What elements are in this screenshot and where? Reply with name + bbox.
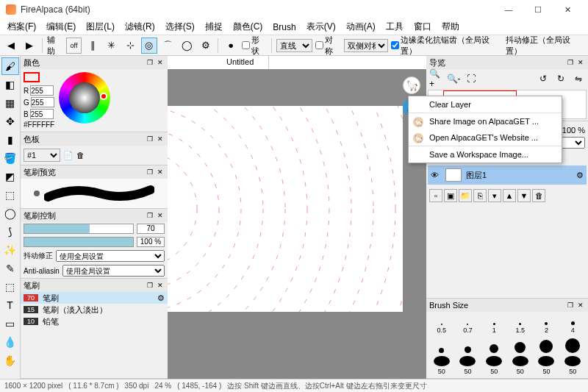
size-slider[interactable] xyxy=(24,224,134,234)
select-rect-icon[interactable]: ⬚ xyxy=(1,186,19,204)
del-swatch-icon[interactable]: 🗑 xyxy=(76,151,85,160)
menu-anim[interactable]: 动画(A) xyxy=(342,19,380,35)
selpen-tool-icon[interactable]: ✎ xyxy=(1,260,19,277)
swatch-set-select[interactable]: #1 xyxy=(24,149,60,162)
dup-layer-icon[interactable]: ⎘ xyxy=(473,189,487,202)
gradient-tool-icon[interactable]: ◩ xyxy=(1,168,19,185)
snap-cross-icon[interactable]: ✳ xyxy=(104,38,120,54)
rotate-cw-icon[interactable]: ↻ xyxy=(554,72,567,85)
menu-filter[interactable]: 滤镜(R) xyxy=(121,19,159,35)
menu-layer[interactable]: 图层(L) xyxy=(82,19,119,35)
size-cell[interactable]: 1 xyxy=(481,315,506,334)
size-value[interactable]: 70 xyxy=(137,224,165,234)
size-cell[interactable]: 0.5 xyxy=(429,315,454,334)
visibility-icon[interactable]: 👁 xyxy=(431,171,441,179)
down-icon[interactable]: ▼ xyxy=(517,189,531,202)
maximize-button[interactable]: ☐ xyxy=(523,0,553,19)
zoom-fit-icon[interactable]: ⛶ xyxy=(465,72,478,85)
size-cell[interactable] xyxy=(508,335,533,354)
size-cell[interactable]: 50 xyxy=(534,356,559,375)
menu-snap[interactable]: 捕捉 xyxy=(201,19,227,35)
viewport[interactable]: 🦙 ☁ xyxy=(168,69,426,379)
hand-tool-icon[interactable]: ✋ xyxy=(1,352,19,369)
ctx-share-alpacaget[interactable]: 🦙Share Image on AlpacaGET ... xyxy=(409,113,562,129)
layer-row[interactable]: 👁 图层1 ⚙ xyxy=(428,165,587,185)
g-input[interactable] xyxy=(31,97,54,107)
lasso-tool-icon[interactable]: ⟆ xyxy=(1,223,19,240)
bucket-tool-icon[interactable]: 🪣 xyxy=(1,149,19,167)
zoom-out-icon[interactable]: 🔍- xyxy=(447,72,460,85)
menu-window[interactable]: 窗口 xyxy=(409,19,436,35)
brush-tool-icon[interactable]: 🖌 xyxy=(1,57,19,75)
aa-checkbox[interactable] xyxy=(391,41,399,49)
menu-file[interactable]: 档案(F) xyxy=(3,19,40,35)
new-folder-icon[interactable]: 📁 xyxy=(459,189,472,202)
symmetry-select[interactable]: 双侧对称 xyxy=(344,39,388,52)
minimize-button[interactable]: — xyxy=(494,0,523,19)
size-cell[interactable]: 50 xyxy=(481,356,506,375)
select-ellipse-icon[interactable]: ◯ xyxy=(1,204,19,222)
nav-back-icon[interactable]: ◀ xyxy=(3,38,19,54)
new-layer-icon[interactable]: ▫ xyxy=(429,189,442,202)
size-cell[interactable]: 50 xyxy=(560,356,585,375)
divide-tool-icon[interactable]: ▭ xyxy=(1,315,19,332)
size-cell[interactable]: 50 xyxy=(456,356,481,375)
size-cell[interactable] xyxy=(429,335,454,354)
stab-select[interactable]: 使用全局设置 xyxy=(56,250,165,262)
snap-vanish-icon[interactable]: ⊹ xyxy=(123,38,139,54)
close-icon[interactable]: ✕ xyxy=(156,58,165,67)
selerase-icon[interactable]: ⬚ xyxy=(1,278,19,296)
add-swatch-icon[interactable]: 📄 xyxy=(63,151,74,160)
zoom-in-icon[interactable]: 🔍+ xyxy=(429,72,442,85)
size-cell[interactable] xyxy=(560,335,585,354)
brush-row[interactable]: 70笔刷⚙ xyxy=(21,292,168,304)
undock-icon[interactable]: ❐ xyxy=(146,58,154,67)
eyedrop-tool-icon[interactable]: 💧 xyxy=(1,333,19,351)
size-cell[interactable]: 1.5 xyxy=(508,315,533,334)
menu-color[interactable]: 颜色(C) xyxy=(229,19,268,35)
menu-edit[interactable]: 编辑(E) xyxy=(42,19,80,35)
doc-tab[interactable]: Untitled xyxy=(212,56,269,69)
size-cell[interactable] xyxy=(481,335,506,354)
shape-checkbox[interactable] xyxy=(242,41,250,49)
nav-fwd-icon[interactable]: ▶ xyxy=(22,38,38,54)
rotate-ccw-icon[interactable]: ↺ xyxy=(537,72,550,85)
alpaca-badge-icon[interactable]: 🦙 xyxy=(403,76,420,94)
size-cell[interactable]: 0.7 xyxy=(456,315,481,334)
ctx-open-alpacaget[interactable]: 🦙Open AlpacaGET's Website ... xyxy=(409,129,562,146)
menu-select[interactable]: 选择(S) xyxy=(161,19,199,35)
aa-select[interactable]: 使用全局设置 xyxy=(62,265,165,277)
snap-ellipse-icon[interactable]: ◯ xyxy=(179,38,195,54)
artboard[interactable] xyxy=(168,106,403,312)
ctx-clear-layer[interactable]: Clear Layer xyxy=(409,96,562,113)
size-cell[interactable]: 50 xyxy=(429,356,454,375)
up-icon[interactable]: ▲ xyxy=(503,189,516,202)
merge-icon[interactable]: ▾ xyxy=(488,189,501,202)
text-tool-icon[interactable]: T xyxy=(1,296,19,314)
snap-config-icon[interactable]: ⚙ xyxy=(198,38,214,54)
menu-tool[interactable]: 工具 xyxy=(381,19,408,35)
shape-circle-icon[interactable]: ● xyxy=(223,38,239,54)
dot-tool-icon[interactable]: ▦ xyxy=(1,94,19,112)
eraser-tool-icon[interactable]: ◧ xyxy=(1,76,19,93)
snap-curve-icon[interactable]: ⌒ xyxy=(160,38,176,54)
ctx-save-workspace[interactable]: Save a Workspace Image... xyxy=(409,146,562,163)
new-group-icon[interactable]: ▣ xyxy=(444,189,457,202)
size-cell[interactable]: 2 xyxy=(534,315,559,334)
gear-icon[interactable]: ⚙ xyxy=(576,171,584,180)
b-input[interactable] xyxy=(30,109,54,119)
symmetry-checkbox[interactable] xyxy=(315,41,323,49)
fill-tool-icon[interactable]: ▮ xyxy=(1,131,19,149)
layer-name[interactable]: 图层1 xyxy=(466,170,487,181)
snap-parallel-icon[interactable]: ∥ xyxy=(85,38,101,54)
flip-icon[interactable]: ⇋ xyxy=(572,72,585,85)
brush-row[interactable]: 15笔刷（淡入淡出） xyxy=(21,304,168,316)
opacity-slider[interactable] xyxy=(24,237,134,247)
snap-off-icon[interactable]: off xyxy=(66,38,82,54)
size-cell[interactable]: 50 xyxy=(508,356,533,375)
brush-row[interactable]: 10铅笔 xyxy=(21,316,168,327)
opacity-value[interactable]: 100 % xyxy=(137,237,165,247)
close-button[interactable]: ✕ xyxy=(553,0,582,19)
size-cell[interactable] xyxy=(456,335,481,354)
menu-brush[interactable]: Brush xyxy=(268,21,300,34)
